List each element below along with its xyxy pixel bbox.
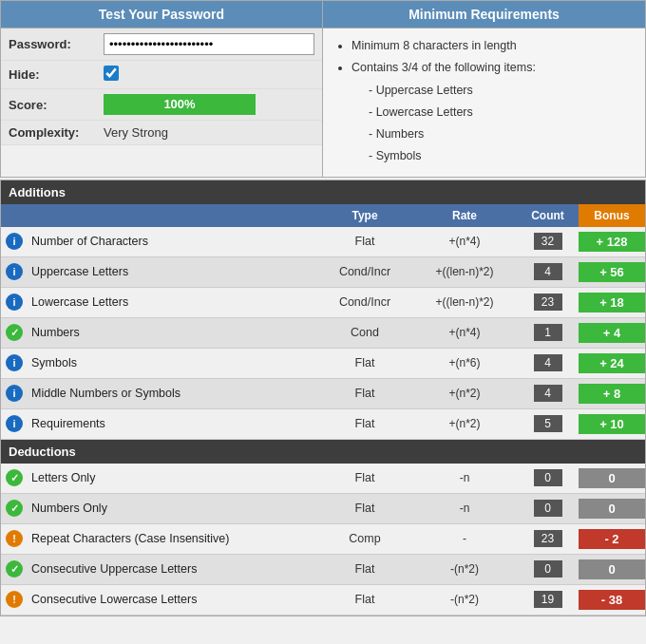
count-box: 23	[534, 294, 562, 311]
row-name: Lowercase Letters	[28, 291, 317, 313]
row-name: Numbers	[28, 321, 317, 344]
table-row: ✓ Letters Only Flat -n 0 0	[1, 464, 645, 494]
table-row: i Number of Characters Flat +(n*4) 32 + …	[1, 227, 645, 257]
row-count: 0	[517, 558, 579, 580]
row-rate: -n	[412, 466, 517, 489]
row-type: Flat	[317, 497, 412, 520]
row-count: 4	[517, 351, 579, 374]
additions-section: Additions Type Rate Count Bonus i Number…	[0, 180, 646, 616]
count-box: 32	[534, 233, 562, 250]
table-row: ! Repeat Characters (Case Insensitive) C…	[1, 524, 645, 555]
row-type: Flat	[317, 230, 412, 253]
row-count: 23	[517, 527, 579, 550]
count-box: 19	[534, 591, 562, 608]
col-header-name	[1, 204, 317, 227]
row-count: 5	[517, 412, 579, 435]
col-header-count: Count	[517, 204, 579, 227]
row-icon: i	[1, 263, 28, 280]
col-header-type: Type	[317, 204, 412, 227]
additions-header: Additions	[1, 180, 645, 204]
row-rate: +(n*6)	[412, 351, 517, 374]
blue-info-icon: i	[6, 354, 23, 371]
req-sub-4: Symbols	[369, 146, 634, 166]
complexity-row: Complexity: Very Strong	[1, 121, 322, 145]
row-count: 4	[517, 260, 579, 283]
hide-checkbox[interactable]	[104, 66, 119, 81]
row-name: Symbols	[28, 351, 317, 374]
row-count: 0	[517, 466, 579, 489]
row-bonus: + 128	[579, 232, 645, 252]
table-row: i Middle Numbers or Symbols Flat +(n*2) …	[1, 379, 645, 409]
table-row: i Lowercase Letters Cond/Incr +((len-n)*…	[1, 288, 645, 318]
row-name: Number of Characters	[28, 230, 317, 253]
password-input[interactable]	[104, 33, 314, 55]
row-type: Cond/Incr	[317, 291, 412, 313]
row-rate: +(n*4)	[412, 230, 517, 253]
left-panel-header: Test Your Password	[1, 1, 322, 28]
req-item-2: Contains 3/4 of the following items:	[352, 58, 634, 78]
blue-info-icon: i	[6, 415, 23, 432]
row-name: Middle Numbers or Symbols	[28, 382, 317, 405]
row-type: Comp	[317, 527, 412, 550]
row-count: 1	[517, 321, 579, 344]
req-sub-1: Uppercase Letters	[369, 81, 634, 101]
row-rate: -	[412, 527, 517, 550]
count-box: 4	[534, 385, 562, 402]
green-check-icon: ✓	[6, 324, 23, 341]
count-box: 4	[534, 354, 562, 371]
count-box: 23	[534, 530, 562, 547]
row-icon: i	[1, 294, 28, 311]
count-box: 4	[534, 263, 562, 280]
row-type: Cond	[317, 321, 412, 344]
row-count: 19	[517, 588, 579, 611]
row-icon: i	[1, 415, 28, 432]
row-count: 23	[517, 291, 579, 313]
row-bonus: + 56	[579, 262, 645, 282]
green-check-icon: ✓	[6, 560, 23, 578]
table-row: i Requirements Flat +(n*2) 5 + 10	[1, 409, 645, 440]
row-type: Flat	[317, 588, 412, 611]
row-icon: ✓	[1, 500, 28, 517]
count-box: 0	[534, 560, 562, 578]
table-row: ✓ Consecutive Uppercase Letters Flat -(n…	[1, 555, 645, 585]
row-rate: +(n*2)	[412, 382, 517, 405]
row-name: Letters Only	[28, 466, 317, 489]
password-control	[104, 33, 314, 55]
row-name: Repeat Characters (Case Insensitive)	[28, 527, 317, 550]
password-label: Password:	[9, 37, 104, 51]
row-type: Flat	[317, 382, 412, 405]
green-check-icon: ✓	[6, 500, 23, 517]
table-row: i Uppercase Letters Cond/Incr +((len-n)*…	[1, 257, 645, 288]
table-row: ✓ Numbers Only Flat -n 0 0	[1, 494, 645, 524]
row-bonus: 0	[579, 468, 645, 488]
complexity-value: Very Strong	[104, 125, 168, 140]
row-name: Consecutive Uppercase Letters	[28, 558, 317, 580]
table-row: ! Consecutive Lowercase Letters Flat -(n…	[1, 585, 645, 616]
blue-info-icon: i	[6, 294, 23, 311]
row-icon: i	[1, 354, 28, 371]
row-icon: i	[1, 233, 28, 250]
top-section: Test Your Password Password: Hide: Score…	[0, 0, 646, 178]
right-panel-header: Minimum Requirements	[323, 1, 645, 28]
score-row: Score: 100%	[1, 89, 322, 121]
table-row: ✓ Numbers Cond +(n*4) 1 + 4	[1, 318, 645, 349]
score-bar-container: 100%	[104, 94, 256, 115]
blue-info-icon: i	[6, 233, 23, 250]
complexity-label: Complexity:	[9, 125, 104, 140]
requirements-content: Minimum 8 characters in length Contains …	[323, 28, 645, 177]
row-bonus: 0	[579, 499, 645, 519]
hide-label: Hide:	[9, 67, 104, 82]
row-name: Uppercase Letters	[28, 260, 317, 283]
count-box: 0	[534, 469, 562, 486]
req-item-1: Minimum 8 characters in length	[352, 36, 634, 56]
row-rate: -n	[412, 497, 517, 520]
hide-row: Hide:	[1, 61, 322, 89]
row-icon: !	[1, 591, 28, 608]
count-box: 0	[534, 500, 562, 517]
row-rate: -(n*2)	[412, 588, 517, 611]
row-name: Requirements	[28, 412, 317, 435]
row-icon: i	[1, 385, 28, 402]
additions-rows: i Number of Characters Flat +(n*4) 32 + …	[1, 227, 645, 440]
complexity-control: Very Strong	[104, 125, 314, 140]
row-rate: -(n*2)	[412, 558, 517, 580]
